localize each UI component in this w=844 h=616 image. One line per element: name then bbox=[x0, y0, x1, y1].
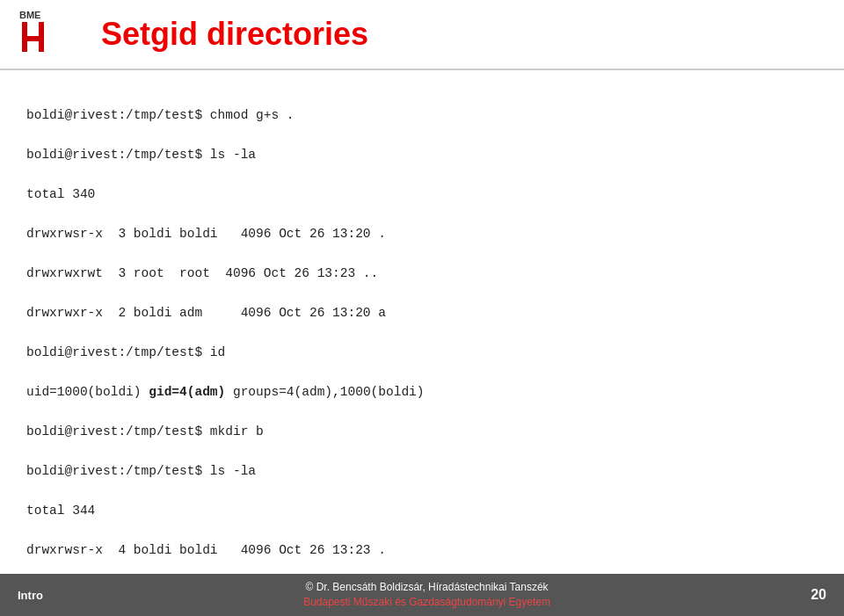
header: BME Setgid directories bbox=[0, 0, 844, 70]
line-3: total 340 bbox=[26, 187, 95, 201]
line-7: boldi@rivest:/tmp/test$ id bbox=[26, 345, 225, 359]
line-8: uid=1000(boldi) gid=4(adm) groups=4(adm)… bbox=[26, 385, 425, 399]
line-11: total 344 bbox=[26, 504, 95, 518]
line-5: drwxrwxrwt 3 root root 4096 Oct 26 13:23… bbox=[26, 266, 378, 280]
line-4: drwxrwsr-x 3 boldi boldi 4096 Oct 26 13:… bbox=[26, 227, 386, 241]
line-8-pre: uid=1000(boldi) bbox=[26, 385, 149, 399]
line-12: drwxrwsr-x 4 boldi boldi 4096 Oct 26 13:… bbox=[26, 543, 386, 557]
footer: Intro © Dr. Bencsáth Boldizsár, Híradást… bbox=[0, 574, 844, 616]
svg-text:BME: BME bbox=[19, 10, 40, 20]
bme-logo: BME bbox=[18, 8, 66, 61]
line-10: boldi@rivest:/tmp/test$ ls -la bbox=[26, 464, 256, 478]
footer-copyright: © Dr. Bencsáth Boldizsár, Híradástechnik… bbox=[303, 580, 550, 610]
line-8-bold: gid=4(adm) bbox=[149, 385, 225, 399]
footer-line1: © Dr. Bencsáth Boldizsár, Híradástechnik… bbox=[303, 580, 550, 595]
svg-rect-3 bbox=[22, 36, 44, 41]
line-9: boldi@rivest:/tmp/test$ mkdir b bbox=[26, 424, 264, 438]
line-6: drwxrwxr-x 2 boldi adm 4096 Oct 26 13:20… bbox=[26, 306, 386, 320]
line-2: boldi@rivest:/tmp/test$ ls -la bbox=[26, 148, 256, 162]
svg-rect-4 bbox=[18, 52, 66, 61]
main-content: boldi@rivest:/tmp/test$ chmod g+s . bold… bbox=[0, 70, 844, 616]
page-title: Setgid directories bbox=[101, 16, 368, 53]
footer-line2: Budapesti Műszaki és Gazdaságtudományi E… bbox=[303, 595, 550, 610]
terminal-block: boldi@rivest:/tmp/test$ chmod g+s . bold… bbox=[26, 86, 818, 616]
line-8-post: groups=4(adm),1000(boldi) bbox=[225, 385, 424, 399]
svg-rect-5 bbox=[22, 22, 27, 31]
logo-area: BME bbox=[18, 8, 66, 61]
footer-label: Intro bbox=[18, 589, 43, 602]
svg-rect-6 bbox=[39, 22, 44, 31]
footer-page-number: 20 bbox=[811, 587, 826, 603]
line-1: boldi@rivest:/tmp/test$ chmod g+s . bbox=[26, 108, 295, 122]
